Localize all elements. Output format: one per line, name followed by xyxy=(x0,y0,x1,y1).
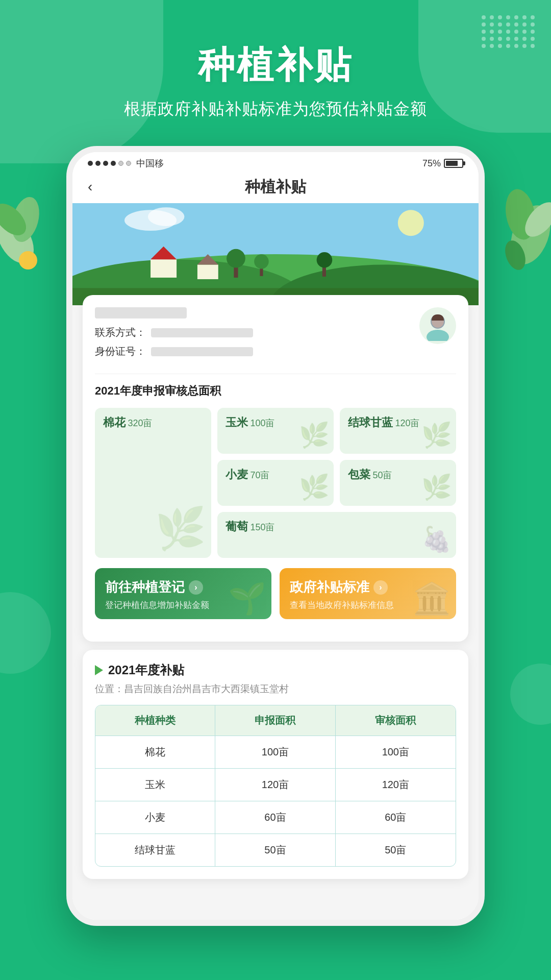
battery-icon xyxy=(444,159,463,168)
crop-card-grape: 葡萄 150亩 🍇 xyxy=(217,512,456,558)
location-prefix: 位置： xyxy=(95,683,124,694)
location-text: 位置：昌吉回族自治州昌吉市大西渠镇玉堂村 xyxy=(95,682,456,696)
crop-icon-grape: 🍇 xyxy=(421,525,452,554)
svg-point-11 xyxy=(148,207,184,226)
id-label: 身份证号： xyxy=(95,345,146,358)
phone-wrapper: 中国移 75% ‹ 种植补贴 xyxy=(66,146,485,926)
svg-point-22 xyxy=(254,254,269,269)
svg-point-20 xyxy=(227,249,245,268)
main-title: 种植补贴 xyxy=(0,41,551,90)
crop-icon-corn: 🌿 xyxy=(299,421,330,450)
location-value: 昌吉回族自治州昌吉市大西渠镇玉堂村 xyxy=(124,683,289,694)
crop-name-grape: 葡萄 xyxy=(226,520,248,533)
svg-rect-15 xyxy=(151,259,177,278)
user-info-section: 联系方式： 身份证号： xyxy=(95,307,456,363)
table-header-type: 种植种类 xyxy=(95,705,215,736)
svg-point-3 xyxy=(19,251,37,270)
crop-card-wheat: 小麦 70亩 🌿 xyxy=(217,460,334,506)
table-row: 玉米120亩120亩 xyxy=(95,768,456,801)
crop-name-cotton: 棉花 xyxy=(103,416,126,429)
action-row: 前往种植登记 › 登记种植信息增加补贴金额 🌱 政府补贴标准 › xyxy=(95,568,456,619)
contact-label: 联系方式： xyxy=(95,326,146,339)
table-header-audited: 审核面积 xyxy=(336,705,456,736)
header-section: 种植补贴 根据政府补贴补贴标准为您预估补贴金额 xyxy=(0,0,551,136)
carrier-name: 中国移 xyxy=(136,157,164,169)
standard-arrow-circle: › xyxy=(373,580,388,595)
signal-indicator xyxy=(88,161,131,166)
user-name-blur xyxy=(95,307,187,318)
svg-point-27 xyxy=(427,330,449,341)
table-cell: 棉花 xyxy=(95,736,215,768)
standard-icon-bg: 🏛️ xyxy=(413,580,451,617)
table-row: 小麦60亩60亩 xyxy=(95,801,456,834)
contact-field: 联系方式： xyxy=(95,326,419,339)
crop-area-wheat: 70亩 xyxy=(250,470,269,480)
sub-title: 根据政府补贴补贴标准为您预估补贴金额 xyxy=(0,98,551,120)
id-value-blur xyxy=(151,347,253,356)
crop-area-pakchoi: 50亩 xyxy=(372,470,392,480)
subsidy-header: 2021年度补贴 xyxy=(95,662,456,678)
hero-banner xyxy=(72,203,479,305)
table-row: 结球甘蓝50亩50亩 xyxy=(95,834,456,866)
deco-circle-2 xyxy=(510,664,551,725)
divider xyxy=(95,374,456,374)
table-cell: 120亩 xyxy=(336,769,456,801)
hero-scene xyxy=(72,203,479,305)
svg-point-24 xyxy=(317,252,333,268)
standard-button[interactable]: 政府补贴标准 › 查看当地政府补贴标准信息 🏛️ xyxy=(280,568,456,619)
register-button[interactable]: 前往种植登记 › 登记种植信息增加补贴金额 🌱 xyxy=(95,568,271,619)
battery-fill xyxy=(446,161,458,166)
crop-icon-wheat: 🌿 xyxy=(299,473,330,502)
table-header-reported: 申报面积 xyxy=(215,705,335,736)
crop-icon-cabbage: 🌿 xyxy=(421,421,452,450)
id-field: 身份证号： xyxy=(95,345,419,358)
bottom-space xyxy=(72,879,479,910)
crop-card-cabbage: 结球甘蓝 120亩 🌿 xyxy=(340,408,456,454)
table-cell: 120亩 xyxy=(215,769,335,801)
table-cell: 60亩 xyxy=(336,801,456,834)
crop-grid: 棉花 320亩 🌿 玉米 100亩 🌿 结球甘蓝 120亩 xyxy=(95,408,456,558)
crop-area-cotton: 320亩 xyxy=(128,418,152,428)
table-cell: 玉米 xyxy=(95,769,215,801)
crop-name-wheat: 小麦 xyxy=(226,468,248,481)
nav-bar: ‹ 种植补贴 xyxy=(72,173,479,203)
svg-point-9 xyxy=(398,210,424,236)
nav-title: 种植补贴 xyxy=(245,177,306,198)
register-icon-bg: 🌱 xyxy=(228,580,266,617)
phone-frame: 中国移 75% ‹ 种植补贴 xyxy=(66,146,485,926)
table-body: 棉花100亩100亩玉米120亩120亩小麦60亩60亩结球甘蓝50亩50亩 xyxy=(95,736,456,866)
table-cell: 50亩 xyxy=(215,834,335,866)
back-button[interactable]: ‹ xyxy=(88,179,92,195)
crop-area-cabbage: 120亩 xyxy=(395,418,419,428)
crop-icon-cotton: 🌿 xyxy=(155,505,206,553)
table-cell: 50亩 xyxy=(336,834,456,866)
crop-area-corn: 100亩 xyxy=(250,418,274,428)
data-table: 种植种类 申报面积 审核面积 棉花100亩100亩玉米120亩120亩小麦60亩… xyxy=(95,705,456,867)
table-cell: 100亩 xyxy=(215,736,335,768)
battery-section: 75% xyxy=(422,158,463,169)
user-info-card: 联系方式： 身份证号： xyxy=(83,295,468,642)
crop-name-pakchoi: 包菜 xyxy=(348,468,370,481)
user-avatar xyxy=(419,307,456,344)
crop-card-cotton: 棉花 320亩 🌿 xyxy=(95,408,211,558)
table-cell: 小麦 xyxy=(95,801,215,834)
table-cell: 60亩 xyxy=(215,801,335,834)
crop-name-corn: 玉米 xyxy=(226,416,248,429)
crop-card-corn: 玉米 100亩 🌿 xyxy=(217,408,334,454)
contact-value-blur xyxy=(151,328,253,337)
status-bar: 中国移 75% xyxy=(72,152,479,173)
table-header-row: 种植种类 申报面积 审核面积 xyxy=(95,705,456,736)
table-cell: 100亩 xyxy=(336,736,456,768)
svg-rect-17 xyxy=(197,264,218,279)
subsidy-year-label: 2021年度补贴 xyxy=(108,662,184,678)
triangle-icon xyxy=(95,665,103,675)
crop-area-grape: 150亩 xyxy=(250,522,274,532)
crop-name-cabbage: 结球甘蓝 xyxy=(348,416,393,429)
table-cell: 结球甘蓝 xyxy=(95,834,215,866)
area-summary-title: 2021年度申报审核总面积 xyxy=(95,383,456,399)
crop-card-pakchoi: 包菜 50亩 🌿 xyxy=(340,460,456,506)
crop-icon-pakchoi: 🌿 xyxy=(421,473,452,502)
subsidy-section: 2021年度补贴 位置：昌吉回族自治州昌吉市大西渠镇玉堂村 种植种类 申报面积 … xyxy=(83,650,468,879)
deco-circle-1 xyxy=(0,592,51,674)
register-arrow-circle: › xyxy=(189,580,203,595)
